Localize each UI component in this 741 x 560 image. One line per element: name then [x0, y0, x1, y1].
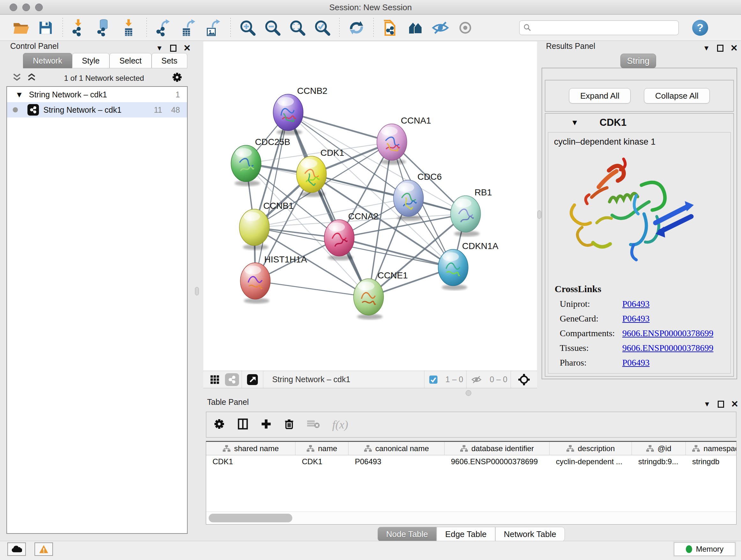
- cloud-button[interactable]: [7, 543, 26, 556]
- crosslink-link[interactable]: P06493: [622, 358, 650, 368]
- main-toolbar: ?: [0, 15, 741, 41]
- crosslink-label: Uniprot:: [560, 299, 622, 309]
- crosslink-link[interactable]: P06493: [622, 314, 650, 324]
- import-network-database-icon[interactable]: [96, 19, 114, 37]
- preview-icon[interactable]: [456, 19, 474, 37]
- scrollbar-thumb[interactable]: [209, 514, 292, 522]
- network-share-icon[interactable]: [225, 373, 239, 386]
- tab-style[interactable]: Style: [72, 53, 110, 68]
- network-node-CDC25B[interactable]: CDC25B: [231, 137, 290, 186]
- crosshair-icon[interactable]: [515, 371, 534, 388]
- network-node-CCNA1[interactable]: CCNA1: [377, 116, 431, 165]
- table-settings-gear-icon[interactable]: [213, 418, 225, 431]
- tab-node-table[interactable]: Node Table: [378, 527, 436, 542]
- crosslink-label: Pharos:: [560, 358, 622, 368]
- table-cell[interactable]: cyclin-dependent ...: [549, 455, 632, 469]
- left-splitter-handle[interactable]: [195, 287, 199, 295]
- column-header-name[interactable]: name: [295, 442, 348, 455]
- panel-menu-icon[interactable]: ▼: [704, 400, 711, 408]
- network-node-CCNE1[interactable]: CCNE1: [354, 270, 408, 320]
- table-cell[interactable]: CDK1: [295, 455, 348, 469]
- import-table-icon[interactable]: [121, 19, 138, 37]
- network-node-CCNB2[interactable]: CCNB2: [273, 86, 327, 135]
- table-cell[interactable]: 9606.ENSP00000378699: [445, 455, 549, 469]
- tab-select[interactable]: Select: [110, 53, 151, 68]
- tab-network-table[interactable]: Network Table: [495, 527, 565, 542]
- search-input[interactable]: [532, 21, 675, 34]
- column-header-description[interactable]: description: [549, 442, 632, 455]
- column-header-canonical-name[interactable]: canonical name: [348, 442, 445, 455]
- birdseye-view-icon[interactable]: [246, 371, 259, 388]
- add-column-icon[interactable]: [261, 419, 272, 431]
- window-title: Session: New Session: [0, 3, 741, 12]
- expand-all-icon[interactable]: [27, 72, 37, 84]
- zoom-fit-icon[interactable]: [288, 19, 307, 37]
- collapse-all-button[interactable]: Collapse All: [644, 88, 710, 104]
- show-columns-icon[interactable]: [237, 418, 249, 431]
- tab-edge-table[interactable]: Edge Table: [436, 527, 495, 542]
- expand-all-button[interactable]: Expand All: [569, 88, 630, 104]
- node-table: shared namenamecanonical namedatabase id…: [206, 441, 737, 524]
- warnings-button[interactable]: [35, 543, 53, 556]
- tab-network[interactable]: Network: [23, 53, 72, 68]
- column-header-database-identifier[interactable]: database identifier: [445, 442, 549, 455]
- panel-close-icon[interactable]: ✕: [184, 43, 191, 53]
- protein-structure-image: [561, 147, 701, 278]
- network-tree-root-row[interactable]: ▼ String Network – cdk1 1: [7, 87, 187, 102]
- apply-layout-icon[interactable]: [347, 19, 365, 37]
- export-table-icon[interactable]: [180, 19, 198, 37]
- panel-float-icon[interactable]: [718, 401, 724, 408]
- crosslink-link[interactable]: P06493: [622, 299, 650, 309]
- crosslink-link[interactable]: 9606.ENSP00000378699: [622, 328, 713, 338]
- memory-button[interactable]: Memory: [674, 543, 735, 556]
- column-header-namespace[interactable]: namespace: [686, 442, 737, 455]
- tree-expander-icon[interactable]: ▼: [15, 90, 23, 99]
- tab-string[interactable]: String: [620, 54, 656, 68]
- table-cell[interactable]: CDK1: [206, 455, 295, 469]
- open-session-icon[interactable]: [12, 19, 30, 37]
- save-session-icon[interactable]: [37, 19, 55, 37]
- crosslink-link[interactable]: 9606.ENSP00000378699: [622, 343, 713, 353]
- network-tree-row[interactable]: String Network – cdk1 11 48: [7, 102, 187, 118]
- table-toolbar: f(x): [206, 412, 737, 438]
- panel-close-icon[interactable]: ✕: [731, 43, 738, 53]
- zoom-in-icon[interactable]: [239, 19, 257, 37]
- node-label: HIST1H1A: [264, 254, 307, 264]
- panel-menu-icon[interactable]: ▼: [703, 44, 710, 52]
- export-image-icon[interactable]: [205, 19, 222, 37]
- grid-view-icon[interactable]: [208, 371, 221, 388]
- delete-column-icon[interactable]: [284, 418, 294, 431]
- zoom-selected-icon[interactable]: [313, 19, 331, 37]
- table-row[interactable]: CDK1CDK1P064939606.ENSP00000378699cyclin…: [206, 455, 736, 469]
- network-node-HIST1H1A[interactable]: HIST1H1A: [240, 254, 307, 304]
- import-network-file-icon[interactable]: [71, 19, 89, 37]
- panel-menu-icon[interactable]: ▼: [156, 44, 163, 52]
- table-cell[interactable]: stringdb:9...: [632, 455, 686, 469]
- results-panel: Results Panel ▼ ✕ String Expand All Coll…: [542, 42, 739, 381]
- bottom-splitter-handle[interactable]: [466, 390, 471, 396]
- zoom-out-icon[interactable]: [264, 19, 281, 37]
- network-edge[interactable]: [255, 281, 368, 297]
- home-icon[interactable]: [407, 19, 424, 37]
- column-header-shared-name[interactable]: shared name: [206, 442, 295, 455]
- table-cell[interactable]: P06493: [348, 455, 445, 469]
- gene-expander-icon[interactable]: ▼: [571, 118, 579, 127]
- panel-close-icon[interactable]: ✕: [731, 399, 738, 409]
- network-canvas[interactable]: CCNB2CCNA1CDC25BCDK1CDC6RB1CCNB1CCNA2CDK…: [203, 42, 537, 371]
- table-horizontal-scrollbar[interactable]: [206, 511, 736, 524]
- help-icon[interactable]: ?: [692, 20, 708, 36]
- right-splitter-handle[interactable]: [537, 210, 541, 219]
- table-cell[interactable]: stringdb: [686, 455, 737, 469]
- panel-float-icon[interactable]: [717, 45, 724, 52]
- column-header--id[interactable]: @id: [632, 442, 686, 455]
- collapse-all-icon[interactable]: [12, 72, 22, 84]
- panel-float-icon[interactable]: [170, 45, 177, 52]
- clone-network-icon[interactable]: [382, 19, 400, 37]
- export-network-icon[interactable]: [155, 19, 173, 37]
- network-node-CDKN1A[interactable]: CDKN1A: [438, 241, 498, 290]
- network-node-RB1[interactable]: RB1: [451, 187, 492, 237]
- hide-unhide-icon[interactable]: [431, 19, 449, 37]
- network-options-gear-icon[interactable]: [172, 72, 183, 84]
- network-edge[interactable]: [339, 238, 453, 267]
- tab-sets[interactable]: Sets: [151, 53, 187, 68]
